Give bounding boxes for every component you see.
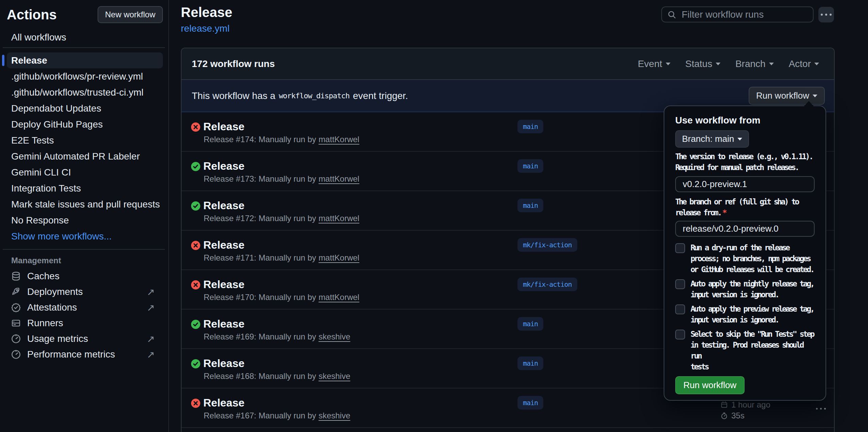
search-icon — [667, 10, 676, 19]
run-title[interactable]: Release — [203, 318, 244, 330]
checkbox-label[interactable]: Run a dry-run of the release process; no… — [691, 242, 814, 275]
run-title[interactable]: Release — [203, 357, 244, 370]
sidebar-item-performance-metrics[interactable]: Performance metrics ↗ — [0, 347, 168, 362]
filter-status[interactable]: Status — [685, 59, 720, 69]
run-description: Release #168: Manually run byskeshive — [204, 371, 350, 381]
workflow-list: Release .github/workflows/pr-review.yml … — [0, 52, 168, 244]
run-description: Release #172: Manually run bymattKorwel — [204, 214, 359, 223]
checkbox-unchecked-icon[interactable] — [675, 330, 685, 339]
sidebar-item-integration-tests[interactable]: Integration Tests — [0, 180, 168, 196]
management-item-label: Deployments — [27, 286, 83, 297]
popover-heading: Use workflow from — [675, 115, 815, 126]
sidebar-item-usage-metrics[interactable]: Usage metrics ↗ — [0, 331, 168, 347]
filter-event[interactable]: Event — [638, 59, 670, 69]
actor-link[interactable]: mattKorwel — [319, 214, 359, 223]
sidebar-item-attestations[interactable]: Attestations ↗ — [0, 300, 168, 315]
chevron-down-icon — [737, 138, 742, 140]
run-title[interactable]: Release — [203, 160, 244, 172]
filter-branch[interactable]: Branch — [735, 59, 774, 69]
sidebar-item-dependabot-updates[interactable]: Dependabot Updates — [0, 100, 168, 116]
runs-list-header: 172 workflow runs Event Status Branch Ac… — [182, 48, 834, 80]
filter-runs-search[interactable] — [661, 6, 814, 22]
actor-link[interactable]: mattKorwel — [319, 174, 359, 183]
stopwatch-icon — [720, 412, 728, 419]
management-item-label: Performance metrics — [27, 349, 115, 360]
new-workflow-button[interactable]: New workflow — [98, 6, 163, 23]
sidebar-item-mark-stale[interactable]: Mark stale issues and pull requests — [0, 196, 168, 212]
run-filters: Event Status Branch Actor — [638, 59, 819, 69]
branch-badge[interactable]: mk/fix-action — [517, 278, 577, 291]
sidebar-item-runners[interactable]: Runners — [0, 315, 168, 331]
ref-input[interactable] — [675, 221, 815, 237]
success-icon — [191, 201, 200, 211]
all-workflows-link[interactable]: All workflows — [11, 32, 66, 43]
sidebar-item-pr-review[interactable]: .github/workflows/pr-review.yml — [0, 68, 168, 84]
sidebar-item-gemini-pr-labeler[interactable]: Gemini Automated PR Labeler — [0, 148, 168, 164]
kebab-icon — [816, 408, 818, 410]
database-icon — [11, 271, 21, 281]
chevron-down-icon — [814, 63, 819, 65]
sidebar-item-deploy-github-pages[interactable]: Deploy GitHub Pages — [0, 116, 168, 132]
management-item-label: Usage metrics — [27, 333, 88, 344]
sidebar-item-release[interactable]: Release — [7, 52, 163, 68]
preview-tag-checkbox-row: Auto apply the preview release tag, inpu… — [675, 303, 815, 325]
sidebar-item-gemini-cli-ci[interactable]: Gemini CLI CI — [0, 164, 168, 180]
meter-icon — [11, 334, 21, 344]
checkbox-unchecked-icon[interactable] — [675, 243, 685, 253]
branch-badge[interactable]: main — [517, 120, 543, 133]
sidebar-divider — [3, 249, 165, 250]
checkbox-label[interactable]: Select to skip the "Run Tests" step in t… — [691, 329, 815, 372]
actor-link[interactable]: skeshive — [319, 411, 350, 420]
branch-badge[interactable]: main — [517, 396, 543, 410]
branch-badge[interactable]: main — [517, 159, 543, 173]
external-link-icon: ↗ — [147, 286, 155, 298]
management-item-label: Caches — [27, 271, 59, 282]
chevron-down-icon — [666, 63, 670, 65]
checkbox-label[interactable]: Auto apply the preview release tag, inpu… — [691, 303, 814, 325]
sidebar-item-deployments[interactable]: Deployments ↗ — [0, 284, 168, 300]
sidebar-item-no-response[interactable]: No Response — [0, 212, 168, 228]
external-link-icon: ↗ — [147, 302, 155, 313]
version-input[interactable] — [675, 176, 815, 192]
workflow-options-kebab-button[interactable] — [818, 7, 834, 22]
page-title: Release — [181, 5, 232, 20]
run-time: 1 hour ago — [731, 399, 770, 410]
run-title[interactable]: Release — [203, 239, 244, 251]
branch-badge[interactable]: main — [517, 356, 543, 370]
sidebar-item-caches[interactable]: Caches — [0, 268, 168, 284]
required-asterisk: * — [722, 208, 727, 217]
banner-code: workflow_dispatch — [279, 92, 350, 100]
filter-actor[interactable]: Actor — [789, 59, 819, 69]
run-title[interactable]: Release — [203, 278, 244, 291]
actor-link[interactable]: skeshive — [319, 332, 350, 341]
workflow-file-link[interactable]: release.yml — [181, 23, 229, 34]
branch-badge[interactable]: main — [517, 199, 543, 212]
actor-link[interactable]: skeshive — [319, 371, 350, 381]
run-duration: 35s — [731, 410, 745, 421]
search-input[interactable] — [681, 9, 807, 20]
show-more-workflows-link[interactable]: Show more workflows... — [0, 228, 168, 244]
branch-selector-button[interactable]: Branch: main — [675, 130, 749, 148]
workflow-run-row-partial — [182, 428, 834, 432]
actor-link[interactable]: mattKorwel — [319, 293, 359, 302]
actor-link[interactable]: mattKorwel — [319, 253, 359, 262]
failure-icon — [191, 399, 200, 408]
actor-link[interactable]: mattKorwel — [319, 135, 359, 144]
run-title[interactable]: Release — [203, 199, 244, 212]
management-section-label: Management — [11, 256, 61, 265]
success-icon — [191, 359, 200, 368]
branch-badge[interactable]: mk/fix-action — [517, 238, 577, 252]
checkbox-label[interactable]: Auto apply the nightly release tag, inpu… — [691, 278, 814, 300]
sidebar-item-e2e-tests[interactable]: E2E Tests — [0, 132, 168, 148]
checkbox-unchecked-icon[interactable] — [675, 304, 685, 314]
verified-icon — [11, 302, 21, 313]
run-title[interactable]: Release — [203, 120, 244, 133]
external-link-icon: ↗ — [147, 349, 155, 360]
checkbox-unchecked-icon[interactable] — [675, 279, 685, 289]
branch-badge[interactable]: main — [517, 317, 543, 331]
run-workflow-submit-button[interactable]: Run workflow — [675, 376, 745, 394]
success-icon — [191, 162, 200, 171]
sidebar-item-trusted-ci[interactable]: .github/workflows/trusted-ci.yml — [0, 84, 168, 100]
run-options-kebab-button[interactable] — [811, 403, 831, 414]
run-title[interactable]: Release — [203, 397, 244, 409]
